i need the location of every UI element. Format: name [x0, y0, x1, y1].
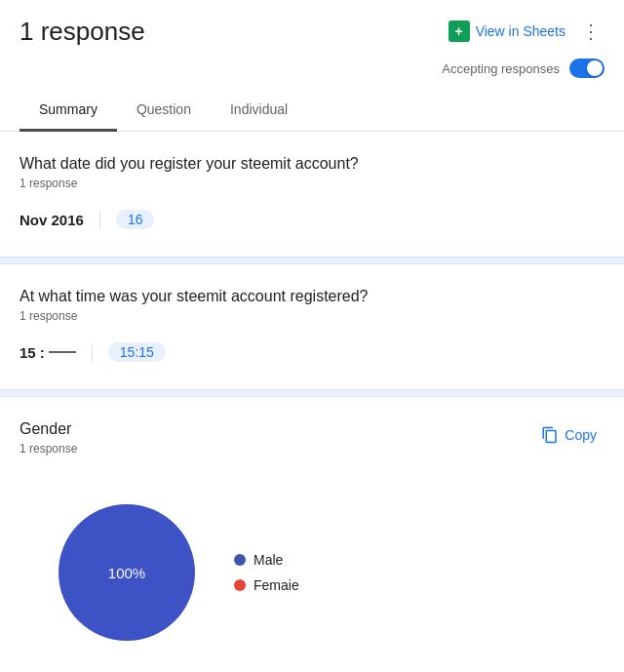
date-display: Nov 2016 16 — [20, 210, 604, 229]
gender-response-count: 1 response — [20, 442, 77, 455]
chart-area: 100% Male Femaie — [20, 494, 604, 651]
copy-button[interactable]: Copy — [533, 420, 604, 450]
tab-individual[interactable]: Individual — [211, 90, 307, 132]
date-question-section: What date did you register your steemit … — [0, 132, 624, 257]
gender-question-section: Gender 1 response Copy 100% Male Femaie — [0, 397, 624, 672]
legend-dot-female — [234, 579, 246, 591]
time-question-section: At what time was your steemit account re… — [0, 264, 624, 389]
legend-item-female: Femaie — [234, 577, 299, 593]
tab-question[interactable]: Question — [117, 90, 211, 132]
date-count-badge: 16 — [116, 210, 155, 229]
gender-title-group: Gender 1 response — [20, 420, 77, 475]
header-actions: + View in Sheets ⋮ — [448, 16, 604, 47]
time-question-text: At what time was your steemit account re… — [20, 288, 604, 305]
date-value: Nov 2016 — [20, 212, 100, 228]
accepting-responses-toggle[interactable] — [569, 59, 604, 78]
time-value: 15 : — [20, 344, 93, 361]
view-in-sheets-button[interactable]: + View in Sheets — [448, 20, 566, 42]
date-response-count: 1 response — [20, 177, 604, 190]
time-colon-separator: : — [40, 344, 45, 361]
accepting-responses-label: Accepting responses — [442, 61, 560, 76]
legend-item-male: Male — [234, 552, 299, 568]
time-hour: 15 — [20, 344, 36, 361]
copy-icon — [541, 426, 559, 444]
time-result-badge: 15:15 — [108, 342, 166, 362]
section-divider-2 — [0, 389, 624, 397]
time-response-count: 1 response — [20, 309, 604, 323]
view-in-sheets-label: View in Sheets — [476, 23, 566, 39]
time-minute-blank — [49, 351, 76, 353]
section-divider-1 — [0, 257, 624, 264]
tabs-bar: Summary Question Individual — [0, 90, 624, 132]
tab-summary[interactable]: Summary — [20, 90, 117, 132]
date-question-text: What date did you register your steemit … — [20, 155, 604, 173]
legend-label-male: Male — [254, 552, 283, 568]
copy-label: Copy — [565, 427, 597, 443]
accepting-responses-row: Accepting responses — [0, 55, 624, 90]
chart-legend: Male Femaie — [234, 552, 299, 593]
more-options-icon[interactable]: ⋮ — [577, 16, 604, 47]
legend-label-female: Femaie — [254, 577, 299, 593]
pie-chart: 100% — [49, 494, 205, 651]
gender-header: Gender 1 response Copy — [20, 420, 604, 475]
page-title: 1 response — [20, 17, 145, 47]
pie-percentage-label: 100% — [108, 565, 145, 581]
page-header: 1 response + View in Sheets ⋮ — [0, 0, 624, 55]
time-display: 15 : 15:15 — [20, 342, 604, 362]
gender-title: Gender — [20, 420, 77, 438]
sheets-icon: + — [448, 20, 470, 42]
legend-dot-male — [234, 554, 246, 566]
